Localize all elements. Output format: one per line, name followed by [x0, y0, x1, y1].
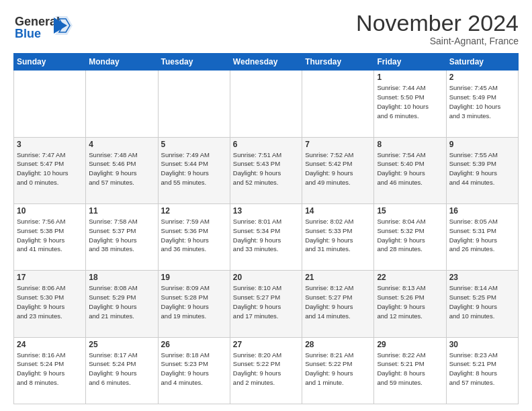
daylight-hours: Sunrise: 8:17 AM Sunset: 5:24 PM Dayligh… [89, 351, 154, 387]
day-number: 2 [449, 73, 515, 82]
table-row [302, 71, 374, 137]
daylight-hours: Sunrise: 8:09 AM Sunset: 5:28 PM Dayligh… [161, 283, 227, 320]
calendar-week-row: 17Sunrise: 8:06 AM Sunset: 5:30 PM Dayli… [14, 271, 519, 337]
day-number: 29 [377, 340, 443, 349]
col-sunday: Sunday [14, 54, 86, 71]
table-row: 6Sunrise: 7:51 AM Sunset: 5:43 PM Daylig… [230, 137, 302, 203]
daylight-hours: Sunrise: 7:59 AM Sunset: 5:36 PM Dayligh… [161, 217, 227, 254]
calendar-header-row: Sunday Monday Tuesday Wednesday Thursday… [14, 54, 519, 71]
table-row: 4Sunrise: 7:48 AM Sunset: 5:46 PM Daylig… [86, 137, 158, 203]
day-number: 28 [305, 340, 371, 349]
svg-text:General: General [15, 15, 60, 28]
col-friday: Friday [374, 54, 446, 71]
day-number: 12 [161, 206, 227, 216]
daylight-hours: Sunrise: 8:01 AM Sunset: 5:34 PM Dayligh… [233, 217, 299, 254]
daylight-hours: Sunrise: 7:51 AM Sunset: 5:43 PM Dayligh… [233, 150, 299, 187]
day-number: 6 [233, 140, 299, 149]
page: General Blue November 2024 Saint-Agnant,… [0, 0, 532, 411]
day-number: 21 [305, 273, 371, 282]
daylight-hours: Sunrise: 7:44 AM Sunset: 5:50 PM Dayligh… [377, 83, 443, 120]
daylight-hours: Sunrise: 7:48 AM Sunset: 5:46 PM Dayligh… [89, 150, 154, 187]
table-row: 8Sunrise: 7:54 AM Sunset: 5:40 PM Daylig… [374, 137, 446, 203]
table-row: 21Sunrise: 8:12 AM Sunset: 5:27 PM Dayli… [302, 271, 374, 337]
col-thursday: Thursday [302, 54, 374, 71]
table-row: 29Sunrise: 8:22 AM Sunset: 5:21 PM Dayli… [374, 337, 446, 404]
table-row: 14Sunrise: 8:02 AM Sunset: 5:33 PM Dayli… [302, 204, 374, 271]
day-number: 26 [161, 340, 227, 349]
col-wednesday: Wednesday [230, 54, 302, 71]
day-number: 20 [233, 273, 299, 282]
table-row [86, 71, 158, 137]
daylight-hours: Sunrise: 7:47 AM Sunset: 5:47 PM Dayligh… [17, 150, 83, 187]
daylight-hours: Sunrise: 8:20 AM Sunset: 5:22 PM Dayligh… [233, 351, 299, 387]
table-row [14, 71, 86, 137]
day-number: 25 [89, 340, 154, 349]
calendar-week-row: 24Sunrise: 8:16 AM Sunset: 5:24 PM Dayli… [14, 337, 519, 404]
day-number: 16 [449, 206, 515, 216]
col-monday: Monday [86, 54, 158, 71]
table-row: 5Sunrise: 7:49 AM Sunset: 5:44 PM Daylig… [158, 137, 230, 203]
day-number: 15 [377, 206, 443, 216]
daylight-hours: Sunrise: 7:58 AM Sunset: 5:37 PM Dayligh… [89, 217, 154, 254]
day-number: 23 [449, 273, 515, 282]
day-number: 4 [89, 140, 154, 149]
logo: General Blue [13, 11, 74, 43]
day-number: 17 [17, 273, 83, 282]
table-row: 3Sunrise: 7:47 AM Sunset: 5:47 PM Daylig… [14, 137, 86, 203]
daylight-hours: Sunrise: 8:08 AM Sunset: 5:29 PM Dayligh… [89, 283, 154, 320]
daylight-hours: Sunrise: 8:04 AM Sunset: 5:32 PM Dayligh… [377, 217, 443, 254]
daylight-hours: Sunrise: 8:16 AM Sunset: 5:24 PM Dayligh… [17, 351, 83, 387]
table-row: 11Sunrise: 7:58 AM Sunset: 5:37 PM Dayli… [86, 204, 158, 271]
day-number: 18 [89, 273, 154, 282]
table-row: 17Sunrise: 8:06 AM Sunset: 5:30 PM Dayli… [14, 271, 86, 337]
daylight-hours: Sunrise: 8:23 AM Sunset: 5:21 PM Dayligh… [449, 351, 515, 387]
title-block: November 2024 Saint-Agnant, France [356, 11, 519, 46]
location: Saint-Agnant, France [356, 36, 519, 46]
day-number: 10 [17, 206, 83, 216]
calendar-table: Sunday Monday Tuesday Wednesday Thursday… [13, 53, 519, 404]
table-row: 20Sunrise: 8:10 AM Sunset: 5:27 PM Dayli… [230, 271, 302, 337]
table-row: 1Sunrise: 7:44 AM Sunset: 5:50 PM Daylig… [374, 71, 446, 137]
day-number: 11 [89, 206, 154, 216]
daylight-hours: Sunrise: 8:06 AM Sunset: 5:30 PM Dayligh… [17, 283, 83, 320]
day-number: 19 [161, 273, 227, 282]
col-saturday: Saturday [446, 54, 518, 71]
table-row: 22Sunrise: 8:13 AM Sunset: 5:26 PM Dayli… [374, 271, 446, 337]
table-row: 12Sunrise: 7:59 AM Sunset: 5:36 PM Dayli… [158, 204, 230, 271]
day-number: 27 [233, 340, 299, 349]
daylight-hours: Sunrise: 7:52 AM Sunset: 5:42 PM Dayligh… [305, 150, 371, 187]
table-row: 2Sunrise: 7:45 AM Sunset: 5:49 PM Daylig… [446, 71, 518, 137]
table-row: 27Sunrise: 8:20 AM Sunset: 5:22 PM Dayli… [230, 337, 302, 404]
calendar-week-row: 10Sunrise: 7:56 AM Sunset: 5:38 PM Dayli… [14, 204, 519, 271]
daylight-hours: Sunrise: 7:55 AM Sunset: 5:39 PM Dayligh… [449, 150, 515, 187]
logo-svg: General Blue [13, 11, 74, 43]
day-number: 13 [233, 206, 299, 216]
daylight-hours: Sunrise: 8:18 AM Sunset: 5:23 PM Dayligh… [161, 351, 227, 387]
day-number: 24 [17, 340, 83, 349]
daylight-hours: Sunrise: 8:02 AM Sunset: 5:33 PM Dayligh… [305, 217, 371, 254]
table-row [158, 71, 230, 137]
daylight-hours: Sunrise: 8:05 AM Sunset: 5:31 PM Dayligh… [449, 217, 515, 254]
svg-text:Blue: Blue [15, 27, 41, 40]
table-row: 10Sunrise: 7:56 AM Sunset: 5:38 PM Dayli… [14, 204, 86, 271]
daylight-hours: Sunrise: 7:45 AM Sunset: 5:49 PM Dayligh… [449, 83, 515, 120]
table-row: 24Sunrise: 8:16 AM Sunset: 5:24 PM Dayli… [14, 337, 86, 404]
day-number: 7 [305, 140, 371, 149]
day-number: 5 [161, 140, 227, 149]
calendar-week-row: 3Sunrise: 7:47 AM Sunset: 5:47 PM Daylig… [14, 137, 519, 203]
month-title: November 2024 [356, 11, 519, 36]
daylight-hours: Sunrise: 7:49 AM Sunset: 5:44 PM Dayligh… [161, 150, 227, 187]
day-number: 22 [377, 273, 443, 282]
day-number: 30 [449, 340, 515, 349]
header: General Blue November 2024 Saint-Agnant,… [13, 11, 519, 46]
daylight-hours: Sunrise: 8:14 AM Sunset: 5:25 PM Dayligh… [449, 283, 515, 320]
daylight-hours: Sunrise: 8:13 AM Sunset: 5:26 PM Dayligh… [377, 283, 443, 320]
day-number: 14 [305, 206, 371, 216]
daylight-hours: Sunrise: 7:56 AM Sunset: 5:38 PM Dayligh… [17, 217, 83, 254]
table-row: 30Sunrise: 8:23 AM Sunset: 5:21 PM Dayli… [446, 337, 518, 404]
table-row: 15Sunrise: 8:04 AM Sunset: 5:32 PM Dayli… [374, 204, 446, 271]
table-row: 18Sunrise: 8:08 AM Sunset: 5:29 PM Dayli… [86, 271, 158, 337]
table-row: 16Sunrise: 8:05 AM Sunset: 5:31 PM Dayli… [446, 204, 518, 271]
table-row: 23Sunrise: 8:14 AM Sunset: 5:25 PM Dayli… [446, 271, 518, 337]
daylight-hours: Sunrise: 8:21 AM Sunset: 5:22 PM Dayligh… [305, 351, 371, 387]
